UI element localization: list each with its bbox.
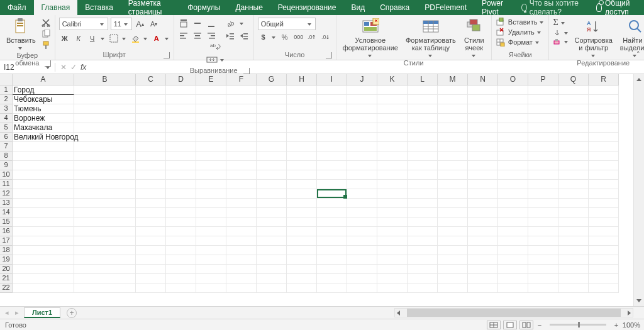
tab-formulas[interactable]: Формулы bbox=[180, 0, 228, 15]
cell[interactable] bbox=[377, 255, 408, 265]
cell[interactable] bbox=[347, 255, 377, 265]
view-normal-button[interactable] bbox=[487, 321, 501, 329]
tab-file[interactable]: Файл bbox=[0, 0, 34, 15]
cell[interactable] bbox=[528, 114, 558, 123]
cell[interactable] bbox=[558, 180, 589, 189]
borders-button[interactable] bbox=[108, 33, 119, 44]
column-header[interactable]: A bbox=[13, 74, 74, 85]
cell[interactable] bbox=[377, 161, 408, 170]
cell[interactable] bbox=[558, 199, 589, 208]
cell[interactable] bbox=[287, 95, 317, 104]
cell[interactable] bbox=[196, 114, 226, 123]
cell[interactable] bbox=[74, 95, 136, 104]
cell[interactable] bbox=[166, 246, 196, 255]
row-header[interactable]: 2 bbox=[0, 95, 13, 104]
cell[interactable] bbox=[498, 104, 528, 114]
align-left-button[interactable] bbox=[178, 30, 189, 41]
cell[interactable] bbox=[438, 133, 468, 142]
row-header[interactable]: 11 bbox=[0, 180, 13, 189]
cell[interactable] bbox=[468, 189, 498, 199]
cell[interactable] bbox=[317, 227, 347, 236]
row-header[interactable]: 15 bbox=[0, 217, 13, 227]
percent-format-button[interactable]: % bbox=[279, 31, 291, 43]
cell[interactable] bbox=[589, 265, 619, 274]
cell[interactable] bbox=[196, 133, 226, 142]
cell[interactable] bbox=[257, 255, 287, 265]
cell[interactable] bbox=[226, 133, 257, 142]
cell[interactable] bbox=[589, 123, 619, 133]
row-header[interactable]: 3 bbox=[0, 104, 13, 114]
cell[interactable] bbox=[257, 161, 287, 170]
bold-button[interactable]: Ж bbox=[59, 33, 70, 44]
cell[interactable] bbox=[287, 180, 317, 189]
cell[interactable] bbox=[257, 208, 287, 217]
cell[interactable] bbox=[13, 161, 74, 170]
cell[interactable] bbox=[438, 114, 468, 123]
cell[interactable] bbox=[196, 246, 226, 255]
font-color-button[interactable]: A bbox=[151, 33, 162, 44]
cell[interactable] bbox=[317, 142, 347, 151]
cell[interactable] bbox=[317, 170, 347, 180]
cell[interactable] bbox=[347, 274, 377, 283]
cell[interactable] bbox=[498, 217, 528, 227]
cell[interactable] bbox=[166, 180, 196, 189]
fx-button[interactable]: fx bbox=[80, 63, 86, 72]
cell[interactable] bbox=[468, 85, 498, 95]
cell[interactable] bbox=[528, 180, 558, 189]
scroll-left-button[interactable] bbox=[395, 311, 402, 316]
align-middle-button[interactable] bbox=[192, 18, 203, 29]
cell[interactable] bbox=[347, 283, 377, 293]
cell[interactable] bbox=[498, 180, 528, 189]
cell[interactable] bbox=[558, 255, 589, 265]
cell[interactable] bbox=[196, 227, 226, 236]
tab-view[interactable]: Вид bbox=[343, 0, 372, 15]
cell[interactable] bbox=[257, 142, 287, 151]
cell[interactable] bbox=[438, 123, 468, 133]
cell[interactable] bbox=[74, 161, 136, 170]
tab-home[interactable]: Главная bbox=[34, 0, 78, 15]
cell[interactable] bbox=[438, 151, 468, 161]
cell[interactable] bbox=[408, 161, 438, 170]
column-header[interactable]: C bbox=[136, 74, 166, 85]
cell[interactable] bbox=[196, 236, 226, 246]
cell[interactable] bbox=[528, 161, 558, 170]
cell[interactable] bbox=[287, 283, 317, 293]
column-header[interactable]: N bbox=[468, 74, 498, 85]
cell[interactable] bbox=[226, 104, 257, 114]
cell[interactable] bbox=[589, 114, 619, 123]
cell[interactable] bbox=[589, 151, 619, 161]
cell[interactable] bbox=[347, 142, 377, 151]
tab-page-layout[interactable]: Разметка страницы bbox=[121, 0, 180, 15]
cell[interactable] bbox=[166, 151, 196, 161]
cell[interactable] bbox=[226, 189, 257, 199]
cell[interactable] bbox=[317, 246, 347, 255]
cell[interactable] bbox=[13, 142, 74, 151]
cell[interactable] bbox=[347, 114, 377, 123]
row-header[interactable]: 1 bbox=[0, 85, 13, 95]
cell[interactable] bbox=[74, 180, 136, 189]
tab-powerpivot[interactable]: Power Pivot bbox=[474, 0, 515, 15]
cell[interactable] bbox=[498, 246, 528, 255]
cell[interactable] bbox=[136, 255, 166, 265]
column-header[interactable]: P bbox=[528, 74, 558, 85]
cell[interactable] bbox=[377, 170, 408, 180]
cell[interactable] bbox=[287, 114, 317, 123]
view-page-layout-button[interactable] bbox=[503, 321, 517, 329]
cell[interactable] bbox=[377, 236, 408, 246]
column-header[interactable]: D bbox=[166, 74, 196, 85]
cell[interactable] bbox=[226, 255, 257, 265]
cell[interactable] bbox=[468, 151, 498, 161]
format-cells-button[interactable]: Формат bbox=[496, 38, 540, 47]
insert-cells-button[interactable]: Вставить bbox=[496, 18, 545, 26]
cell[interactable] bbox=[498, 95, 528, 104]
select-all-corner[interactable] bbox=[0, 74, 13, 85]
worksheet[interactable]: ABCDEFGHIJKLMNOPQR 123456789101112131415… bbox=[0, 74, 644, 306]
paste-button[interactable]: Вставить bbox=[4, 18, 38, 50]
cell[interactable] bbox=[166, 199, 196, 208]
cell[interactable] bbox=[558, 217, 589, 227]
cell[interactable] bbox=[408, 85, 438, 95]
align-bottom-button[interactable] bbox=[206, 18, 217, 29]
cell[interactable] bbox=[438, 95, 468, 104]
cell[interactable] bbox=[408, 114, 438, 123]
row-header[interactable]: 17 bbox=[0, 236, 13, 246]
